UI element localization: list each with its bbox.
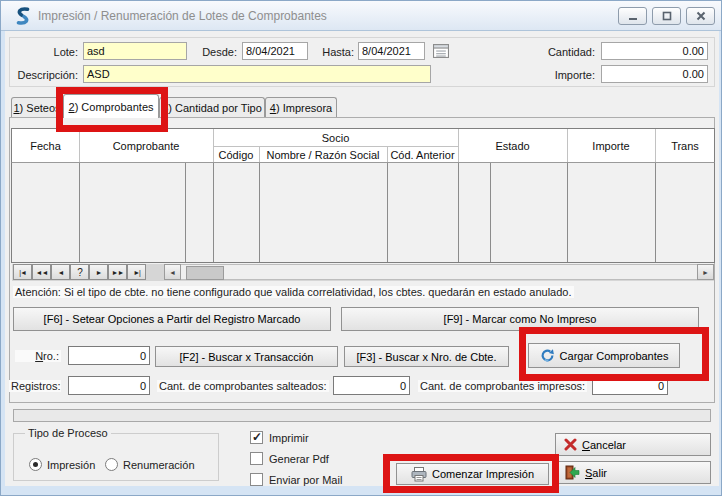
column-group-socio: Socio [213,129,458,146]
tipo-de-proceso-legend: Tipo de Proceso [25,427,111,439]
correlativity-warning-text: Atención: Si el tipo de cbte. no tiene c… [13,286,574,298]
nav-next-button[interactable]: ► [89,264,108,280]
descripcion-label: Descripción: [9,69,78,81]
checkbox-enviar-mail-label[interactable]: Enviar por Mail [269,474,342,486]
tab-impresora[interactable]: 4) Impresora [265,97,337,117]
nav-help-button[interactable]: ? [70,264,89,280]
column-header-nombre-razon-social: Nombre / Razón Social [259,146,387,163]
calendar-icon[interactable] [433,43,449,62]
column-header-cod-anterior: Cód. Anterior [387,146,458,163]
checkbox-imprimir-label[interactable]: Imprimir [269,432,309,444]
f2-buscar-transaccion-button[interactable]: [F2] - Buscar x Transacción [155,346,338,367]
checkbox-generar-pdf[interactable] [250,452,263,465]
registros-label: Registros: [9,380,61,392]
column-header-importe: Importe [567,129,655,163]
salir-label: Salir [585,467,607,479]
f3-buscar-nro-cbte-button[interactable]: [F3] - Buscar x Nro. de Cbte. [344,346,509,367]
tab-impresora-label: ) Impresora [276,102,332,114]
desde-label: Desde: [189,46,237,58]
cantidad-label: Cantidad: [511,46,595,58]
nav-next-page-button[interactable]: ►► [108,264,127,280]
column-header-estado: Estado [458,129,567,163]
scrollbar-thumb[interactable] [186,266,224,280]
column-header-transaccion: Trans [655,129,715,163]
salteados-label: Cant. de comprobantes salteados: [157,380,329,392]
lote-label: Lote: [9,46,78,58]
grid-header: Fecha Comprobante Socio Código Nombre / … [11,128,715,163]
printer-icon [411,467,427,482]
close-button[interactable] [686,7,715,25]
comenzar-impresion-button[interactable]: Comenzar Impresión [396,463,549,485]
hasta-input[interactable]: 8/04/2021 [358,42,425,60]
column-header-codigo: Código [213,146,259,163]
impresos-input[interactable]: 0 [592,376,668,395]
app-logo-icon [14,7,32,29]
importe-label: Importe: [511,69,595,81]
exit-door-icon [564,465,580,480]
lote-input[interactable]: asd [83,42,187,60]
print-progress-bar [13,409,711,422]
cantidad-input[interactable]: 0.00 [601,42,708,60]
nav-prev-button[interactable]: ◄ [51,264,70,280]
column-header-comprobante: Comprobante [79,129,213,163]
desde-input[interactable]: 8/04/2021 [242,42,308,60]
cancelar-label: Cancelar [582,439,626,451]
column-header-fecha: Fecha [12,129,79,163]
cargar-comprobantes-button[interactable]: Cargar Comprobantes [528,343,680,368]
f9-marcar-no-impreso-button[interactable]: [F9] - Marcar como No Impreso [341,307,699,331]
hasta-label: Hasta: [312,46,354,58]
nav-first-button[interactable]: |◄ [13,264,32,280]
cargar-comprobantes-label: Cargar Comprobantes [560,350,669,362]
refresh-icon [540,348,555,363]
app-window: Impresión / Renumeración de Lotes de Com… [0,0,722,496]
restore-button[interactable] [652,7,681,25]
importe-input[interactable]: 0.00 [601,65,708,83]
checkbox-imprimir[interactable] [250,431,263,444]
salir-button[interactable]: Salir [555,461,711,484]
grid-body-empty[interactable] [11,162,715,263]
registros-input[interactable]: 0 [68,376,150,395]
salteados-input[interactable]: 0 [333,376,410,395]
nav-last-button[interactable]: ►| [127,264,146,280]
cancel-x-icon [564,438,577,451]
radio-renumeracion[interactable] [105,458,118,471]
tipo-de-proceso-groupbox [13,433,219,481]
tab-comprobantes-label: ) Comprobantes [75,101,154,113]
tab-seteos[interactable]: 1) Seteos [11,97,63,117]
comenzar-impresion-label: Comenzar Impresión [432,468,534,480]
title-bar: Impresión / Renumeración de Lotes de Com… [1,1,722,31]
impresos-label: Cant. de comprobantes impresos: [418,380,587,392]
minimize-button[interactable] [618,7,647,25]
checkbox-generar-pdf-label[interactable]: Generar Pdf [269,453,329,465]
checkbox-enviar-mail[interactable] [250,473,263,486]
cancelar-button[interactable]: Cancelar [555,433,711,456]
nav-prev-page-button[interactable]: ◄◄ [32,264,51,280]
radio-impresion[interactable] [29,458,42,471]
tab-cantidad-por-tipo[interactable]: 3) Cantidad por Tipo [159,97,265,117]
f6-setear-opciones-button[interactable]: [F6] - Setear Opciones a Partir del Regi… [13,307,331,331]
window-frame-bottom [1,486,722,495]
horizontal-scrollbar[interactable]: ◄ ► [164,264,714,280]
nro-input[interactable]: 0 [68,346,150,365]
tab-comprobantes[interactable]: 2) Comprobantes [63,94,159,118]
radio-renumeracion-label[interactable]: Renumeración [123,459,195,471]
radio-impresion-label[interactable]: Impresión [47,459,95,471]
tab-seteos-label: ) Seteos [20,102,61,114]
nro-label: Nro.: [15,350,61,362]
scroll-left-icon[interactable]: ◄ [164,264,181,280]
window-title: Impresión / Renumeración de Lotes de Com… [38,9,327,23]
descripcion-input[interactable]: ASD [83,65,431,83]
tab-cantidad-label: ) Cantidad por Tipo [168,102,262,114]
scroll-right-icon[interactable]: ► [697,264,714,280]
